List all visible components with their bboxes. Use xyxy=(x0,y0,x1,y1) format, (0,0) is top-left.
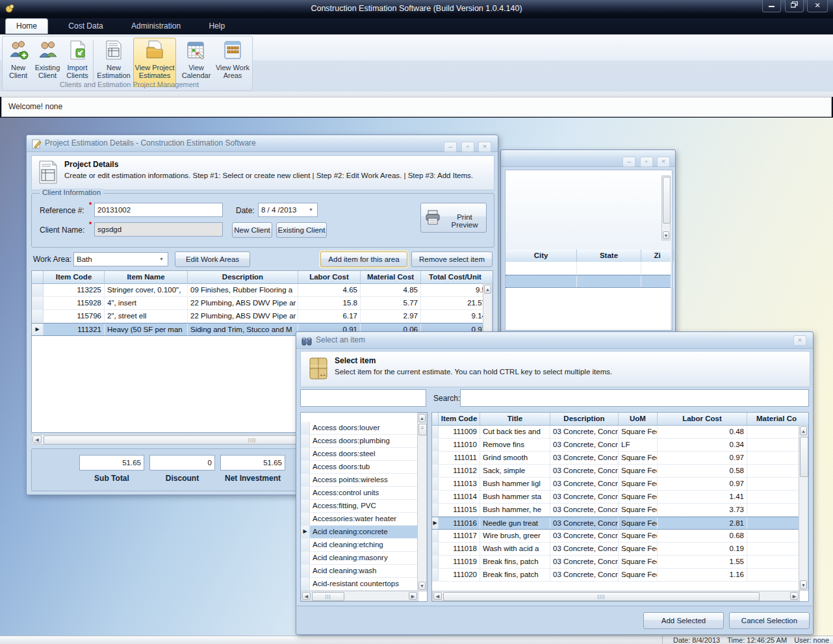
vertical-scrollbar[interactable]: ▲ ≡ ▼ xyxy=(417,413,427,591)
remove-item-button[interactable]: Remove select item xyxy=(411,251,493,267)
category-item[interactable]: Access points:wireless xyxy=(301,474,418,487)
item-row[interactable]: 111014Bush hammer sta03 Concrete, Concre… xyxy=(432,491,808,504)
existing-client-button[interactable]: Existing Client xyxy=(32,38,62,86)
category-item[interactable]: Access doors:steel xyxy=(301,448,418,461)
maximize-icon[interactable]: ▫ xyxy=(461,142,474,152)
chevron-down-icon[interactable]: ▼ xyxy=(306,205,316,215)
item-row[interactable]: 111009Cut back ties and03 Concrete, Conc… xyxy=(432,426,808,439)
column-header[interactable]: Material Cost xyxy=(361,271,421,283)
net-investment-field[interactable]: 51.65 xyxy=(220,455,285,470)
column-header[interactable]: Description xyxy=(550,413,619,425)
existing-client-button[interactable]: Existing Client xyxy=(276,222,327,238)
view-project-estimates-button[interactable]: View Project Estimates xyxy=(133,38,176,87)
scroll-left-icon[interactable]: ◀ xyxy=(302,592,311,600)
category-item[interactable]: Access:control units xyxy=(301,487,418,500)
column-header[interactable]: Item Name xyxy=(105,271,188,283)
item-row[interactable]: 111015Bush hammer, he03 Concrete, Concre… xyxy=(432,504,808,517)
column-header-city[interactable]: City xyxy=(506,250,577,262)
scroll-down-icon[interactable]: ▼ xyxy=(663,231,669,239)
column-header[interactable]: Labor Cost xyxy=(298,271,361,283)
category-item[interactable]: Access doors:louver xyxy=(301,422,418,435)
category-item[interactable]: Access:fitting, PVC xyxy=(301,500,418,513)
category-item[interactable]: Acid cleaning:wash xyxy=(301,565,418,578)
category-item[interactable]: Acid-resistant countertops xyxy=(301,578,418,591)
item-row[interactable]: 111018Wash with acid a03 Concrete, Concr… xyxy=(432,543,808,556)
category-item[interactable]: Acid cleaning:etching xyxy=(301,539,418,552)
scroll-up-icon[interactable]: ▲ xyxy=(484,285,491,294)
work-item-row[interactable]: 113225Stringer cover, 0.100",09 Finishes… xyxy=(32,284,493,297)
reference-input[interactable]: 20131002 xyxy=(94,203,223,217)
column-header[interactable]: UoM xyxy=(619,413,658,425)
discount-field[interactable]: 0 xyxy=(149,455,215,470)
close-icon[interactable]: ✕ xyxy=(807,0,828,12)
restore-icon[interactable] xyxy=(785,0,804,12)
minimize-icon[interactable]: – xyxy=(622,157,635,167)
scroll-down-icon[interactable]: ▼ xyxy=(418,582,426,590)
maximize-icon[interactable]: ▫ xyxy=(640,157,653,167)
category-item[interactable]: Acid cleaning:masonry xyxy=(301,552,418,565)
scroll-up-icon[interactable]: ▲ xyxy=(418,414,426,422)
item-row[interactable]: 111017Wire brush, greer03 Concrete, Conc… xyxy=(432,530,808,543)
vertical-scrollbar[interactable]: ▲ ▼ xyxy=(799,425,808,591)
vertical-scrollbar[interactable]: ▼ xyxy=(661,175,671,240)
item-row[interactable]: 111013Bush hammer ligl03 Concrete, Concr… xyxy=(432,478,808,491)
close-icon[interactable]: × xyxy=(657,157,670,167)
column-header[interactable]: Description xyxy=(188,271,298,283)
work-item-row[interactable]: 1157962", street ell22 Plumbing, ABS DWV… xyxy=(32,310,493,323)
sub-total-field[interactable]: 51.65 xyxy=(79,455,144,470)
add-selected-button[interactable]: Add Selected xyxy=(643,612,724,629)
item-row[interactable]: 111010Remove fins03 Concrete, Concrete W… xyxy=(432,439,808,452)
tab-administration[interactable]: Administration xyxy=(121,18,191,34)
column-header[interactable]: Item Code xyxy=(439,413,480,425)
category-item[interactable]: ▶Acid cleaning:concrete xyxy=(301,526,418,539)
column-header[interactable]: Material Co xyxy=(747,413,806,425)
minimize-icon[interactable]: – xyxy=(444,142,457,152)
item-row[interactable]: ▶111016Needle gun treat03 Concrete, Conc… xyxy=(432,517,808,530)
item-row[interactable]: 111020Break fins, patch03 Concrete, Conc… xyxy=(432,569,808,582)
date-picker[interactable]: 8 / 4 /2013 ▼ xyxy=(258,203,318,217)
client-name-input[interactable]: sgsdgd xyxy=(94,222,223,237)
tab-cost-data[interactable]: Cost Data xyxy=(58,18,113,34)
scroll-left-icon[interactable]: ◀ xyxy=(433,592,442,600)
item-row[interactable]: 111019Break fins, patch03 Concrete, Conc… xyxy=(432,556,808,569)
print-preview-button[interactable]: Print Preview xyxy=(420,203,487,233)
scroll-up-icon[interactable]: ▲ xyxy=(800,426,807,435)
item-row[interactable]: 111011Grind smooth03 Concrete, Concrete … xyxy=(432,452,808,465)
category-item[interactable]: Accessories:water heater xyxy=(301,513,418,526)
column-header[interactable]: Item Code xyxy=(44,271,105,283)
close-icon[interactable]: × xyxy=(478,142,491,152)
tab-help[interactable]: Help xyxy=(198,18,235,34)
new-client-button[interactable]: New Client xyxy=(232,222,272,238)
item-row[interactable]: 111012Sack, simple03 Concrete, Concrete … xyxy=(432,465,808,478)
search-input[interactable] xyxy=(460,389,809,407)
category-item[interactable]: Access doors:tub xyxy=(301,461,418,474)
column-header[interactable]: Title xyxy=(480,413,550,425)
table-row[interactable] xyxy=(506,262,671,275)
new-client-button[interactable]: New Client xyxy=(5,38,31,86)
horizontal-scrollbar[interactable]: ◀ |||| ▶ xyxy=(432,591,800,601)
table-row[interactable] xyxy=(506,275,671,288)
scroll-right-icon[interactable]: ▶ xyxy=(790,592,799,600)
work-item-row[interactable]: 1159284", insert22 Plumbing, ABS DWV Pip… xyxy=(32,297,493,310)
edit-work-areas-button[interactable]: Edit Work Areas xyxy=(175,251,250,267)
scroll-left-icon[interactable]: ◀ xyxy=(32,435,42,443)
tab-home[interactable]: Home xyxy=(5,18,48,34)
close-icon[interactable]: × xyxy=(793,335,806,346)
category-filter-input[interactable] xyxy=(300,389,426,407)
scroll-right-icon[interactable]: ▶ xyxy=(409,592,417,600)
add-item-button[interactable]: Add item for this area xyxy=(320,251,407,267)
import-clients-button[interactable]: Import Clients xyxy=(64,38,91,86)
column-header[interactable]: Total Cost/Unit xyxy=(421,271,489,283)
new-estimation-button[interactable]: New Estimation xyxy=(96,38,132,86)
column-header-zip[interactable]: Zi xyxy=(641,250,674,262)
horizontal-scrollbar[interactable]: ◀ ||| ▶ xyxy=(301,591,418,601)
category-item[interactable]: Access doors:plumbing xyxy=(301,435,418,448)
minimize-icon[interactable] xyxy=(762,0,781,12)
chevron-down-icon[interactable]: ▼ xyxy=(157,255,166,264)
work-area-select[interactable]: Bath ▼ xyxy=(73,252,168,266)
scroll-down-icon[interactable]: ▼ xyxy=(800,580,807,589)
cancel-selection-button[interactable]: Cancel Selection xyxy=(729,612,810,629)
column-header-state[interactable]: State xyxy=(577,250,641,262)
column-header[interactable]: Labor Cost xyxy=(658,413,747,425)
view-calendar-button[interactable]: View Calendar xyxy=(179,38,214,86)
